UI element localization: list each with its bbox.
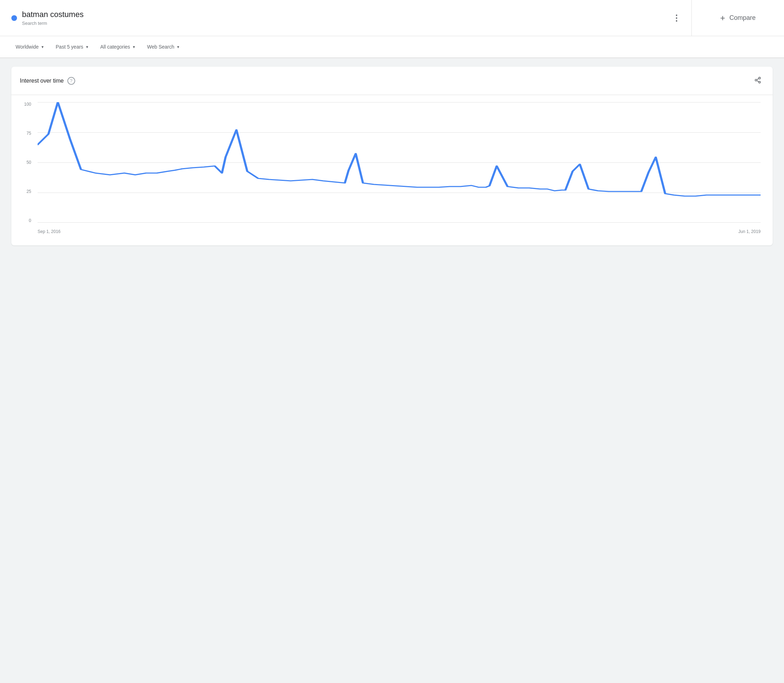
category-filter-button[interactable]: All categories ▼ [96, 41, 140, 53]
search-term-info: batman costumes Search term [11, 10, 84, 26]
chart-title: Interest over time [20, 78, 64, 84]
more-options-button[interactable] [673, 12, 680, 24]
help-icon[interactable]: ? [67, 77, 75, 85]
y-label-0: 0 [20, 218, 34, 223]
top-card: batman costumes Search term + Compare [0, 0, 784, 36]
location-dropdown-arrow: ▼ [41, 45, 44, 49]
location-filter-label: Worldwide [16, 44, 38, 50]
svg-point-2 [676, 20, 677, 22]
time-range-filter-label: Past 5 years [56, 44, 83, 50]
search-term-section: batman costumes Search term [0, 0, 692, 36]
chart-title-area: Interest over time ? [20, 77, 75, 85]
share-button[interactable] [751, 74, 764, 88]
search-type-dropdown-arrow: ▼ [176, 45, 180, 49]
search-type-filter-button[interactable]: Web Search ▼ [143, 41, 184, 53]
category-filter-label: All categories [100, 44, 130, 50]
category-dropdown-arrow: ▼ [132, 45, 136, 49]
search-type-filter-label: Web Search [147, 44, 175, 50]
plus-icon: + [720, 13, 725, 23]
search-term-name: batman costumes [22, 10, 84, 19]
time-range-dropdown-arrow: ▼ [85, 45, 89, 49]
svg-point-5 [759, 81, 761, 83]
x-axis: Sep 1, 2016 Jun 1, 2019 [38, 226, 761, 237]
x-label-sep2016: Sep 1, 2016 [38, 229, 61, 234]
search-term-subtitle: Search term [22, 21, 84, 26]
y-label-75: 75 [20, 131, 34, 135]
svg-line-6 [757, 80, 759, 82]
svg-point-4 [755, 79, 757, 81]
compare-button[interactable]: + Compare [720, 13, 756, 23]
compare-label: Compare [729, 14, 756, 22]
svg-point-3 [759, 77, 761, 79]
y-label-100: 100 [20, 102, 34, 106]
main-content: Interest over time ? 0 25 [0, 58, 784, 254]
chart-inner [38, 102, 761, 223]
trend-line-svg [38, 102, 761, 223]
chart-container: 0 25 50 75 100 [20, 102, 764, 237]
svg-point-1 [676, 18, 677, 19]
y-label-50: 50 [20, 160, 34, 165]
blue-dot-indicator [11, 15, 17, 21]
y-label-25: 25 [20, 189, 34, 194]
time-range-filter-button[interactable]: Past 5 years ▼ [51, 41, 93, 53]
svg-point-0 [676, 14, 677, 16]
search-term-text: batman costumes Search term [22, 10, 84, 26]
chart-card: Interest over time ? 0 25 [11, 67, 773, 245]
chart-header: Interest over time ? [11, 67, 773, 95]
chart-area: 0 25 50 75 100 [11, 95, 773, 245]
location-filter-button[interactable]: Worldwide ▼ [11, 41, 48, 53]
svg-line-7 [757, 79, 759, 79]
y-axis: 0 25 50 75 100 [20, 102, 34, 223]
compare-section: + Compare [692, 0, 784, 36]
filters-bar: Worldwide ▼ Past 5 years ▼ All categorie… [0, 36, 784, 58]
x-label-jun2019: Jun 1, 2019 [738, 229, 761, 234]
